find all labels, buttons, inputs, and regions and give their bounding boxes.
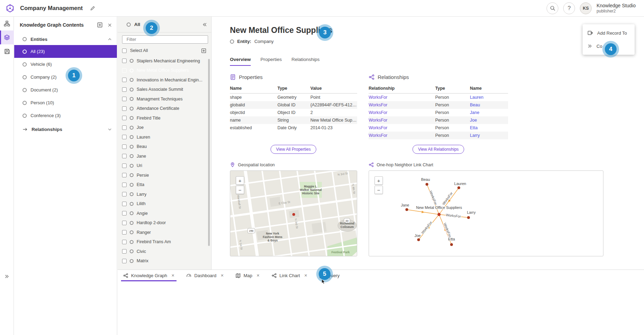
- record-checkbox[interactable]: [122, 249, 127, 254]
- entity-type-row[interactable]: Company (2): [14, 71, 117, 83]
- menu-item-add-record-to[interactable]: Add Record To: [583, 26, 635, 39]
- record-checkbox[interactable]: [122, 183, 127, 187]
- entity-type-row[interactable]: All (23): [14, 45, 117, 58]
- node-etta[interactable]: [450, 243, 453, 246]
- one-hop-link-chart[interactable]: + − WorksFor WorksFor WorksFor WorksFo: [369, 170, 603, 256]
- related-entity-link[interactable]: Lauren: [470, 95, 508, 100]
- add-to-new-map-icon[interactable]: [97, 22, 103, 28]
- node-jane[interactable]: [405, 208, 408, 211]
- collapse-panel-icon[interactable]: [202, 22, 207, 27]
- relationship-link[interactable]: WorksFor: [369, 103, 435, 107]
- relationship-link[interactable]: WorksFor: [369, 95, 435, 100]
- record-checkbox[interactable]: [122, 135, 127, 139]
- record-checkbox[interactable]: [122, 230, 127, 235]
- related-entity-link[interactable]: Larry: [470, 133, 508, 138]
- view-all-relationships-button[interactable]: View All Relationships: [412, 145, 464, 154]
- record-checkbox[interactable]: [122, 97, 127, 101]
- record-list-item[interactable]: Beau: [118, 142, 211, 152]
- search-icon[interactable]: [547, 2, 558, 14]
- filter-input[interactable]: [122, 35, 208, 44]
- record-list-item[interactable]: Innovations in Mechanical Engin...: [118, 75, 211, 85]
- record-list-item[interactable]: Staplers Mechanical Engineering: [118, 56, 211, 66]
- record-list-item[interactable]: Civic: [118, 247, 211, 256]
- close-tab-icon[interactable]: ✕: [221, 273, 224, 278]
- avatar[interactable]: KS: [580, 2, 592, 14]
- record-checkbox[interactable]: [122, 192, 127, 196]
- app-logo-icon[interactable]: [6, 4, 15, 13]
- record-checkbox[interactable]: [122, 221, 127, 225]
- entity-type-row[interactable]: Conference (3): [14, 109, 117, 122]
- relationship-link[interactable]: WorksFor: [369, 110, 435, 115]
- layers-icon[interactable]: [0, 30, 14, 44]
- entity-type-row[interactable]: Vehicle (6): [14, 58, 117, 71]
- tab-overview[interactable]: Overview: [230, 57, 251, 66]
- record-list-item[interactable]: Joe: [118, 123, 211, 133]
- add-selection-icon[interactable]: [201, 48, 206, 53]
- record-list-item[interactable]: Sales Associate Summit: [118, 85, 211, 95]
- close-tab-icon[interactable]: ✕: [171, 273, 174, 278]
- relationship-link[interactable]: WorksFor: [369, 118, 435, 123]
- node-lauren[interactable]: [457, 186, 460, 189]
- help-icon[interactable]: ?: [563, 2, 575, 14]
- save-icon[interactable]: [0, 44, 14, 58]
- tab-relationships[interactable]: Relationships: [292, 57, 320, 66]
- node-center[interactable]: [438, 213, 441, 216]
- related-entity-link[interactable]: Etta: [470, 125, 508, 130]
- tab-knowledge-graph[interactable]: Knowledge Graph ✕: [123, 270, 174, 281]
- record-checkbox[interactable]: [122, 259, 127, 263]
- relationship-link[interactable]: WorksFor: [369, 133, 435, 138]
- zoom-out-button[interactable]: −: [236, 186, 244, 194]
- record-list-item[interactable]: Hardtop 2-door: [118, 218, 211, 228]
- record-checkbox[interactable]: [122, 144, 127, 149]
- select-all-checkbox[interactable]: [122, 49, 127, 53]
- record-checkbox[interactable]: [122, 106, 127, 111]
- record-list-item[interactable]: Firebird Trans Am: [118, 237, 211, 247]
- record-checkbox[interactable]: [122, 78, 127, 82]
- record-checkbox[interactable]: [122, 164, 127, 168]
- node-larry[interactable]: [467, 216, 470, 219]
- zoom-in-button[interactable]: +: [375, 176, 383, 185]
- record-list-item[interactable]: Lilith: [118, 199, 211, 209]
- record-list-item[interactable]: Angie: [118, 209, 211, 218]
- record-list-item[interactable]: Matrix: [118, 256, 211, 266]
- record-checkbox[interactable]: [122, 59, 127, 63]
- record-list-item[interactable]: Larry: [118, 189, 211, 199]
- close-tab-icon[interactable]: ✕: [304, 273, 307, 278]
- scrollbar[interactable]: [208, 59, 210, 246]
- related-entity-link[interactable]: Joe: [470, 118, 508, 123]
- view-all-properties-button[interactable]: View All Properties: [271, 145, 316, 154]
- record-list-item[interactable]: Uri: [118, 161, 211, 171]
- record-checkbox[interactable]: [122, 154, 127, 158]
- record-list-item[interactable]: Persie: [118, 170, 211, 180]
- chevron-up-icon[interactable]: [108, 37, 112, 42]
- edit-title-icon[interactable]: [90, 5, 95, 11]
- record-checkbox[interactable]: [122, 87, 127, 92]
- record-checkbox[interactable]: [122, 173, 127, 177]
- tab-properties[interactable]: Properties: [260, 57, 282, 66]
- tab-map[interactable]: Map ✕: [235, 270, 260, 281]
- entity-type-row[interactable]: Document (2): [14, 83, 117, 96]
- tab-link-chart[interactable]: Link Chart ✕: [272, 270, 307, 281]
- record-list-item[interactable]: Attendance Certificate: [118, 104, 211, 114]
- relationships-section-header[interactable]: Relationships: [14, 123, 117, 135]
- entities-section-header[interactable]: Entities: [14, 33, 117, 45]
- record-list-item[interactable]: Managment Techniques: [118, 94, 211, 104]
- zoom-out-button[interactable]: −: [375, 186, 383, 194]
- record-checkbox[interactable]: [122, 116, 127, 120]
- relationship-link[interactable]: WorksFor: [369, 125, 435, 130]
- node-joe[interactable]: [417, 238, 420, 241]
- record-checkbox[interactable]: [122, 240, 127, 244]
- hierarchy-icon[interactable]: [0, 17, 14, 30]
- double-chevron-right-icon[interactable]: [0, 272, 14, 281]
- record-checkbox[interactable]: [122, 68, 127, 73]
- related-entity-link[interactable]: Jane: [470, 110, 508, 115]
- close-tab-icon[interactable]: ✕: [256, 273, 259, 278]
- node-beau[interactable]: [426, 183, 428, 186]
- record-list-item[interactable]: Etta: [118, 180, 211, 190]
- record-checkbox[interactable]: [122, 211, 127, 215]
- map-view[interactable]: + −: [230, 170, 357, 256]
- close-panel-icon[interactable]: [108, 23, 112, 27]
- zoom-in-button[interactable]: +: [236, 176, 244, 185]
- record-list-item[interactable]: New Metal Office Suppliers: [118, 66, 211, 76]
- related-entity-link[interactable]: Beau: [470, 103, 508, 107]
